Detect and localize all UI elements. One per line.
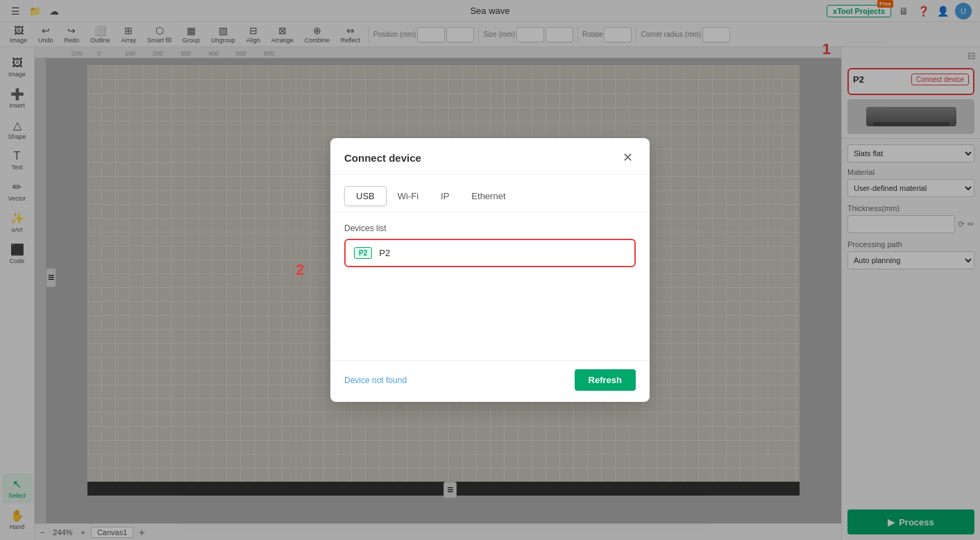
device-not-found-link[interactable]: Device not found — [344, 376, 407, 385]
modal-tabs: USB Wi-Fi IP Ethernet — [330, 175, 650, 212]
tab-ethernet[interactable]: Ethernet — [460, 187, 516, 205]
devices-list-label: Devices list — [344, 223, 636, 233]
modal-footer: Device not found Refresh — [330, 360, 650, 402]
modal-close-button[interactable]: ✕ — [619, 149, 636, 166]
tab-usb[interactable]: USB — [344, 186, 387, 206]
connect-device-modal: Connect device ✕ USB Wi-Fi IP Ethernet D… — [330, 138, 650, 402]
step-2-badge: 2 — [296, 261, 304, 279]
device-list-item-p2[interactable]: P2 P2 — [344, 239, 636, 267]
device-badge: P2 — [354, 247, 372, 259]
modal-overlay[interactable]: 2 Connect device ✕ USB Wi-Fi IP Ethernet… — [0, 0, 980, 540]
tab-ip[interactable]: IP — [430, 187, 460, 205]
refresh-button[interactable]: Refresh — [575, 369, 636, 391]
modal-title: Connect device — [344, 152, 421, 164]
device-item-name: P2 — [379, 248, 390, 258]
modal-header: Connect device ✕ — [330, 138, 650, 175]
tab-wifi[interactable]: Wi-Fi — [387, 187, 430, 205]
modal-body: Devices list P2 P2 — [330, 212, 650, 360]
